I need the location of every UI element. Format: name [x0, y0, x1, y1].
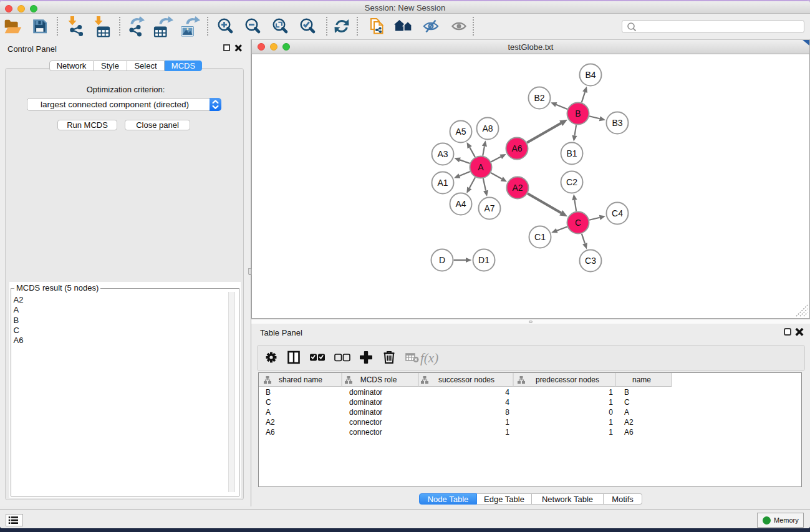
svg-text:MCDS role: MCDS role — [360, 375, 397, 384]
svg-text:A2: A2 — [624, 418, 634, 427]
svg-text:A3: A3 — [437, 149, 448, 159]
svg-text:4: 4 — [505, 398, 509, 407]
svg-text:f(x): f(x) — [420, 351, 438, 365]
svg-text:D1: D1 — [478, 255, 489, 265]
svg-text:4: 4 — [505, 388, 509, 397]
svg-text:1: 1 — [609, 388, 613, 397]
svg-text:B: B — [624, 388, 629, 397]
svg-text:D: D — [439, 255, 445, 265]
svg-text:successor nodes: successor nodes — [438, 375, 494, 384]
svg-text:1: 1 — [505, 428, 509, 437]
svg-text:name: name — [632, 375, 651, 384]
svg-text:B4: B4 — [585, 70, 595, 80]
svg-text:connector: connector — [349, 418, 382, 427]
svg-text:1: 1 — [609, 398, 613, 407]
svg-text:A: A — [624, 408, 629, 417]
svg-text:predecessor nodes: predecessor nodes — [536, 375, 599, 384]
svg-text:C4: C4 — [612, 208, 623, 218]
svg-text:C2: C2 — [566, 177, 577, 187]
svg-text:A4: A4 — [455, 199, 466, 209]
svg-text:C: C — [266, 398, 271, 407]
svg-text:1: 1 — [609, 428, 613, 437]
svg-text:A: A — [266, 408, 271, 417]
svg-text:A2: A2 — [266, 418, 275, 427]
svg-text:A6: A6 — [624, 428, 634, 437]
svg-text:B: B — [575, 109, 581, 118]
svg-text:B3: B3 — [612, 118, 622, 128]
svg-text:connector: connector — [349, 428, 382, 437]
svg-text:shared name: shared name — [279, 375, 322, 384]
svg-text:A5: A5 — [455, 127, 466, 137]
svg-text:A7: A7 — [484, 203, 494, 213]
svg-text:1: 1 — [505, 418, 509, 427]
svg-text:C1: C1 — [534, 232, 546, 242]
svg-text:dominator: dominator — [349, 388, 382, 397]
svg-text:C: C — [624, 398, 630, 407]
svg-text:1: 1 — [609, 418, 613, 427]
svg-text:A1: A1 — [437, 178, 448, 188]
svg-text:A8: A8 — [482, 123, 493, 133]
svg-text:B2: B2 — [534, 93, 544, 103]
svg-text:A2: A2 — [512, 183, 523, 193]
svg-text:A: A — [478, 162, 484, 172]
svg-text:C: C — [575, 218, 581, 228]
svg-text:dominator: dominator — [349, 408, 382, 417]
svg-text:B1: B1 — [566, 148, 577, 158]
svg-text:dominator: dominator — [349, 398, 382, 407]
svg-text:A6: A6 — [511, 143, 522, 153]
svg-text:8: 8 — [505, 408, 509, 417]
svg-text:A6: A6 — [266, 428, 275, 437]
svg-text:B: B — [266, 388, 271, 397]
svg-text:C3: C3 — [585, 256, 596, 266]
svg-text:0: 0 — [609, 408, 613, 417]
